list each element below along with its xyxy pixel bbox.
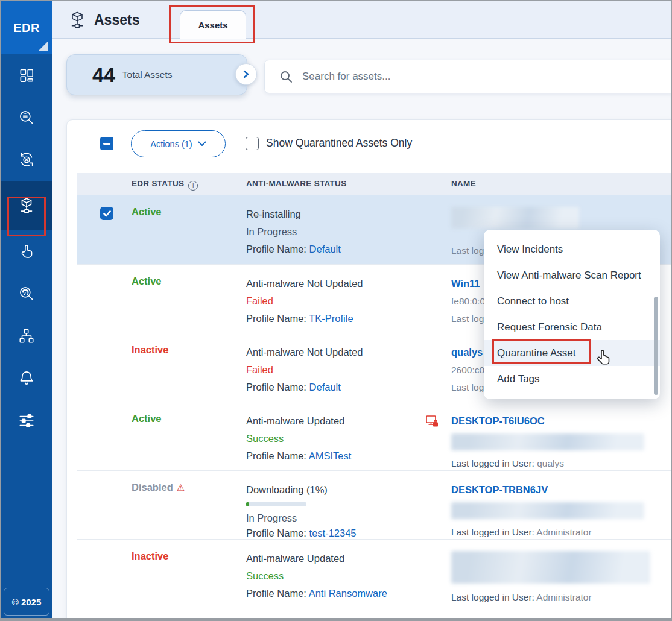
- chevron-down-icon: [198, 141, 206, 147]
- tab-assets-label: Assets: [198, 20, 227, 30]
- page-title: Assets: [68, 10, 139, 30]
- am-status-line1: Anti-malware Updated: [246, 550, 387, 567]
- redacted-asset-name: [451, 207, 579, 229]
- menu-item-view-scan-report[interactable]: View Anti-malware Scan Report: [484, 262, 660, 288]
- am-status-line1: Anti-malware Not Updated: [246, 344, 363, 361]
- column-anti-malware[interactable]: ANTI-MALWARE STATUS: [246, 179, 346, 188]
- am-status-line1: Anti-malware Updated: [246, 412, 351, 430]
- am-status-line2: Success: [246, 430, 351, 447]
- search-icon: [279, 70, 293, 83]
- name-cell: DESKTOP-TRBN6JV Last logged in User: Adm…: [451, 481, 644, 541]
- table-row[interactable]: Active: [77, 608, 671, 621]
- search-input[interactable]: [302, 71, 640, 83]
- am-status-line1: Re-installing: [246, 206, 341, 223]
- row-context-menu: View Incidents View Anti-malware Scan Re…: [484, 230, 660, 399]
- row-checkbox[interactable]: [100, 207, 113, 220]
- am-status-line2: Failed: [246, 292, 363, 310]
- asset-name-link[interactable]: DESKTOP-T6IU6OC: [451, 412, 644, 430]
- threat-response-icon: [17, 151, 36, 169]
- logo-corner-fold-icon: [39, 41, 48, 51]
- tab-assets[interactable]: Assets: [180, 10, 246, 39]
- sidebar-item-actions[interactable]: [1, 230, 52, 273]
- sidebar-item-hierarchy[interactable]: [1, 315, 52, 357]
- info-icon[interactable]: i: [188, 181, 198, 191]
- select-all-checkbox[interactable]: [100, 137, 113, 150]
- edr-logo[interactable]: EDR: [1, 1, 52, 54]
- last-logged-user: qualys: [537, 458, 564, 468]
- last-logged-label: Last logged in User:: [451, 458, 534, 468]
- last-logged-line: Last logged in User: qualys: [451, 455, 644, 472]
- table-header: EDR STATUSi ANTI-MALWARE STATUS NAME: [77, 173, 671, 195]
- menu-item-view-incidents[interactable]: View Incidents: [484, 236, 660, 262]
- am-status-line2: Success: [246, 567, 387, 585]
- last-logged-line: Last logged in User: Administrator: [451, 523, 644, 541]
- column-name[interactable]: NAME: [451, 179, 476, 188]
- sidebar-item-hunting[interactable]: [1, 96, 52, 139]
- column-anti-malware-label: ANTI-MALWARE STATUS: [246, 179, 346, 188]
- profile-link[interactable]: test-12345: [309, 528, 357, 538]
- check-icon: [103, 210, 111, 217]
- menu-item-request-forensic-data[interactable]: Request Forensic Data: [484, 314, 660, 340]
- sidebar-item-configuration[interactable]: [1, 399, 52, 441]
- table-row[interactable]: Disabled⚠ Downloading (1%) In Progress P…: [77, 470, 671, 539]
- sidebar-nav: [1, 54, 52, 441]
- sidebar: EDR: [1, 1, 52, 618]
- anti-malware-cell: Anti-malware Not Updated Failed Profile …: [246, 275, 363, 327]
- menu-item-connect-to-host[interactable]: Connect to host: [484, 288, 660, 314]
- sidebar-item-response[interactable]: [1, 139, 52, 181]
- redacted-asset-name: [451, 551, 650, 584]
- actions-button[interactable]: Actions (1): [131, 130, 226, 157]
- am-status-line1: Downloading (1%): [246, 481, 357, 499]
- profile-link[interactable]: AMSITest: [309, 450, 352, 461]
- indeterminate-mark-icon: [103, 143, 110, 145]
- table-row[interactable]: Inactive Anti-malware Updated Success Pr…: [77, 539, 671, 608]
- last-logged-label: Last logged in User:: [451, 527, 534, 537]
- profile-label: Profile Name:: [246, 450, 306, 461]
- edr-status: Active: [132, 276, 162, 287]
- total-assets-count: 44: [92, 63, 115, 87]
- name-cell: DESKTOP-T6IU6OC Last logged in User: qua…: [451, 412, 644, 472]
- last-logged-line: Last logged in User: Administrator: [451, 588, 650, 606]
- forensics-search-icon: [17, 285, 36, 303]
- menu-item-quarantine-asset[interactable]: Quarantine Asset: [484, 340, 660, 366]
- sidebar-item-notifications[interactable]: [1, 357, 52, 399]
- edr-assets-screen: EDR: [0, 0, 672, 621]
- quarantined-only-checkbox[interactable]: [246, 137, 259, 150]
- quarantined-asset-icon: [424, 414, 440, 429]
- warning-icon: ⚠: [177, 482, 185, 493]
- menu-scrollbar[interactable]: [654, 297, 658, 395]
- edr-status-text: Disabled: [132, 482, 173, 493]
- summary-expand-button[interactable]: [235, 63, 257, 85]
- profile-line: Profile Name: Default: [246, 241, 341, 258]
- profile-label: Profile Name:: [246, 244, 306, 254]
- profile-link[interactable]: Default: [309, 382, 341, 392]
- edr-logo-label: EDR: [13, 21, 40, 35]
- total-assets-label: Total Assets: [122, 69, 173, 80]
- profile-link[interactable]: TK-Profile: [309, 313, 353, 324]
- profile-link[interactable]: Default: [309, 244, 341, 254]
- last-logged-user: Administrator: [536, 527, 591, 537]
- sidebar-item-forensics[interactable]: [1, 273, 52, 315]
- hierarchy-icon: [17, 327, 36, 345]
- redacted-text: [451, 433, 644, 450]
- name-cell: Last logged in User: Administrator: [451, 550, 650, 606]
- profile-label: Profile Name:: [246, 528, 306, 538]
- am-status-line2: Failed: [246, 361, 363, 379]
- profile-label: Profile Name:: [246, 313, 306, 324]
- notifications-bell-icon: [17, 369, 36, 387]
- anti-malware-cell: Re-installing In Progress Profile Name: …: [246, 206, 341, 258]
- sidebar-item-dashboard[interactable]: [1, 54, 52, 96]
- total-assets-card[interactable]: 44 Total Assets: [66, 54, 247, 95]
- edr-status: Inactive: [132, 550, 168, 562]
- menu-item-add-tags[interactable]: Add Tags: [484, 366, 660, 392]
- column-edr-status[interactable]: EDR STATUSi: [132, 179, 198, 191]
- profile-line: Profile Name: TK-Profile: [246, 310, 363, 327]
- anti-malware-cell: Anti-malware Updated Success Profile Nam…: [246, 550, 387, 602]
- asset-name-link[interactable]: DESKTOP-TRBN6JV: [451, 481, 644, 499]
- sidebar-item-assets[interactable]: [1, 181, 52, 230]
- table-row[interactable]: Active Anti-malware Updated Success Prof…: [77, 402, 671, 470]
- profile-link[interactable]: Anti Ransomware: [309, 588, 387, 599]
- last-logged-user: Administrator: [536, 592, 591, 602]
- configuration-sliders-icon: [17, 411, 36, 429]
- edr-status: Active: [132, 206, 162, 218]
